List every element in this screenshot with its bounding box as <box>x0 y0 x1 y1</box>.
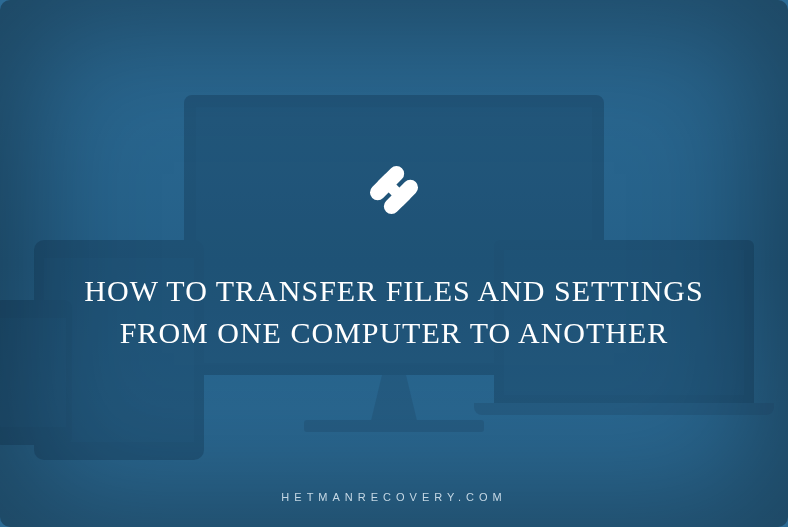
hetman-logo-icon <box>359 155 429 229</box>
page-title: HOW TO TRANSFER FILES AND SETTINGS FROM … <box>39 270 748 354</box>
laptop-base <box>474 403 774 415</box>
monitor-base <box>304 420 484 432</box>
footer-text: HETMANRECOVERY.COM <box>281 491 506 503</box>
monitor-stand <box>354 375 434 425</box>
